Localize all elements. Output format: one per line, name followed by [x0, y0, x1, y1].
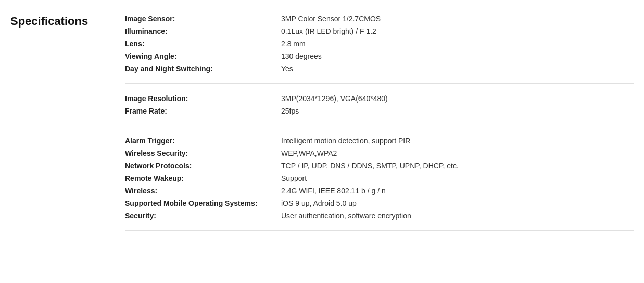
spec-value: WEP,WPA,WPA2 [281, 149, 634, 157]
spec-row: Day and Night Switching:Yes [125, 63, 634, 75]
spec-value: 2.8 mm [281, 40, 634, 48]
spec-row: Wireless Security:WEP,WPA,WPA2 [125, 147, 634, 159]
spec-value: 130 degrees [281, 52, 634, 60]
spec-value: Intelligent motion detection, support PI… [281, 137, 634, 145]
spec-value: 25fps [281, 107, 634, 115]
spec-row: Network Protocols:TCP / IP, UDP, DNS / D… [125, 159, 634, 172]
spec-label: Wireless: [125, 187, 281, 195]
spec-label: Frame Rate: [125, 107, 281, 115]
spec-label: Image Sensor: [125, 15, 281, 23]
spec-row: Frame Rate:25fps [125, 105, 634, 117]
spec-value: 0.1Lux (IR LED bright) / F 1.2 [281, 27, 634, 35]
spec-value: 3MP Color Sensor 1/2.7CMOS [281, 15, 634, 23]
spec-label: Security: [125, 212, 281, 220]
spec-label: Lens: [125, 40, 281, 48]
spec-label: Alarm Trigger: [125, 137, 281, 145]
spec-value: 2.4G WIFI, IEEE 802.11 b / g / n [281, 187, 634, 195]
spec-section-0: Image Sensor:3MP Color Sensor 1/2.7CMOSI… [125, 13, 634, 84]
spec-row: Supported Mobile Operating Systems:iOS 9… [125, 197, 634, 210]
spec-row: Lens:2.8 mm [125, 38, 634, 50]
spec-row: Wireless:2.4G WIFI, IEEE 802.11 b / g / … [125, 184, 634, 197]
spec-value: TCP / IP, UDP, DNS / DDNS, SMTP, UPNP, D… [281, 162, 634, 170]
title-column: Specifications [10, 13, 104, 239]
spec-label: Day and Night Switching: [125, 65, 281, 73]
specs-column: Image Sensor:3MP Color Sensor 1/2.7CMOSI… [125, 13, 634, 239]
spec-value: Yes [281, 65, 634, 73]
spec-row: Security:User authentication, software e… [125, 210, 634, 222]
spec-section-1: Image Resolution:3MP(2034*1296), VGA(640… [125, 92, 634, 126]
page-container: Specifications Image Sensor:3MP Color Se… [0, 0, 644, 252]
spec-label: Wireless Security: [125, 149, 281, 157]
spec-label: Network Protocols: [125, 162, 281, 170]
spec-label: Remote Wakeup: [125, 174, 281, 182]
page-title: Specifications [10, 15, 104, 28]
spec-label: Illuminance: [125, 27, 281, 35]
spec-label: Image Resolution: [125, 94, 281, 103]
spec-value: Support [281, 174, 634, 182]
spec-row: Alarm Trigger:Intelligent motion detecti… [125, 134, 634, 147]
spec-row: Image Sensor:3MP Color Sensor 1/2.7CMOS [125, 13, 634, 25]
spec-value: User authentication, software encryption [281, 212, 634, 220]
spec-row: Image Resolution:3MP(2034*1296), VGA(640… [125, 92, 634, 105]
spec-value: 3MP(2034*1296), VGA(640*480) [281, 94, 634, 103]
spec-section-2: Alarm Trigger:Intelligent motion detecti… [125, 134, 634, 231]
spec-row: Viewing Angle:130 degrees [125, 50, 634, 63]
spec-value: iOS 9 up, Adroid 5.0 up [281, 199, 634, 207]
spec-row: Illuminance:0.1Lux (IR LED bright) / F 1… [125, 25, 634, 38]
spec-label: Supported Mobile Operating Systems: [125, 199, 281, 207]
spec-row: Remote Wakeup:Support [125, 172, 634, 184]
spec-label: Viewing Angle: [125, 52, 281, 60]
